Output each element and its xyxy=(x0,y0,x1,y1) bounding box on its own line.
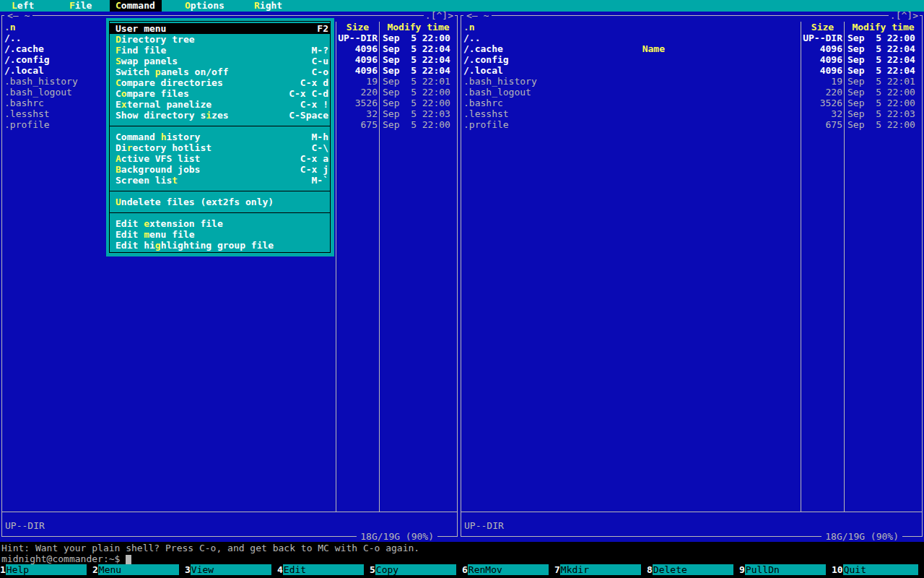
function-key-label: Help xyxy=(6,564,87,575)
function-key-number: 10 xyxy=(832,564,843,575)
hint-line: Hint: Want your plain shell? Press C-o, … xyxy=(1,543,419,553)
file-mtime: Sep 5 22:01 xyxy=(845,76,922,87)
history-back-icon[interactable]: <— xyxy=(7,10,19,21)
ministatus-separator xyxy=(461,512,922,512)
menu-item[interactable]: Active VFS list C-x a xyxy=(110,153,330,164)
function-key-button[interactable]: 2Menu xyxy=(92,564,185,575)
file-mtime: Sep 5 22:04 xyxy=(380,54,457,65)
file-mtime: Sep 5 22:04 xyxy=(845,54,922,65)
name-column-header[interactable]: .n Name xyxy=(461,22,801,33)
sort-indicator: .n xyxy=(463,22,475,33)
menubar-item[interactable]: Left xyxy=(12,0,34,12)
file-size: 3526 xyxy=(336,98,379,108)
function-key-number: 2 xyxy=(92,564,98,575)
file-row[interactable]: .lesshst xyxy=(461,108,801,119)
function-key-button[interactable]: 3View xyxy=(185,564,277,575)
function-key-button[interactable]: 9PullDn xyxy=(739,564,832,575)
menu-item-shortcut: M-h xyxy=(312,131,328,142)
function-key-button[interactable]: 4Edit xyxy=(277,564,370,575)
file-row[interactable]: .bashrc xyxy=(461,98,801,108)
menu-item[interactable]: Edit extension file xyxy=(110,218,330,229)
menu-item-shortcut: C-x d xyxy=(300,77,328,88)
file-mtime: Sep 5 22:00 xyxy=(845,33,922,43)
menu-item[interactable]: Edit highlighting group file xyxy=(110,240,330,251)
function-key-label: Copy xyxy=(375,564,456,575)
menu-item[interactable]: Compare files C-x C-d xyxy=(110,88,330,99)
function-key-label: Edit xyxy=(283,564,364,575)
function-key-number: 1 xyxy=(0,564,6,575)
menu-item[interactable] xyxy=(110,186,330,197)
file-size: 19 xyxy=(336,76,379,87)
menu-item[interactable]: Directory hotlist C-\ xyxy=(110,142,330,153)
panel-path-area[interactable]: <— ~ xyxy=(463,10,492,21)
function-key-label: View xyxy=(191,564,271,575)
panel-up-button[interactable]: .[^]> xyxy=(424,10,455,21)
size-column-header[interactable]: Size xyxy=(801,22,844,33)
function-key-button[interactable]: 5Copy xyxy=(370,564,462,575)
menu-item[interactable]: Show directory sizes C-Space xyxy=(110,110,330,121)
file-row[interactable]: .bash_logout xyxy=(461,87,801,98)
function-key-button[interactable]: 7Mkdir xyxy=(554,564,647,575)
file-size: 32 xyxy=(801,108,844,119)
file-size: 4096 xyxy=(336,65,379,76)
menu-item-shortcut: C-x j xyxy=(300,164,328,175)
file-row[interactable]: .bash_history xyxy=(461,76,801,87)
file-row[interactable]: .profile xyxy=(461,119,801,130)
file-mtime: Sep 5 22:04 xyxy=(845,65,922,76)
file-mtime: Sep 5 22:00 xyxy=(845,119,922,130)
menu-item[interactable]: Command history M-h xyxy=(110,131,330,142)
function-key-label: Quit xyxy=(843,564,918,575)
file-list: .n Name /../.cache/.config/.local.bash_h… xyxy=(461,22,922,512)
menu-item[interactable]: Screen list M-` xyxy=(110,175,330,186)
menubar-item[interactable]: File xyxy=(69,0,92,12)
size-column-header[interactable]: Size xyxy=(336,22,379,33)
file-size: 32 xyxy=(336,108,379,119)
command-menu-dropdown: User menu F2 Directory tree Find file M-… xyxy=(106,18,334,256)
history-back-icon[interactable]: <— xyxy=(466,10,478,21)
mtime-column-header[interactable]: Modify time xyxy=(845,22,922,33)
file-size: 4096 xyxy=(801,65,844,76)
menu-item[interactable] xyxy=(110,121,330,131)
function-key-number: 7 xyxy=(554,564,560,575)
file-mtime: Sep 5 22:04 xyxy=(380,43,457,54)
panel-title: <— ~ .[^]> xyxy=(459,10,924,21)
file-mtime: Sep 5 22:04 xyxy=(380,65,457,76)
menu-item[interactable]: Compare directories C-x d xyxy=(110,77,330,88)
function-key-button[interactable]: 10Quit xyxy=(832,564,924,575)
function-key-label: PullDn xyxy=(745,564,826,575)
file-size: 4096 xyxy=(336,43,379,54)
file-row[interactable]: /.local xyxy=(461,65,801,76)
menu-item[interactable]: Undelete files (ext2fs only) xyxy=(110,197,330,207)
function-key-number: 3 xyxy=(185,564,191,575)
terminal-cursor[interactable] xyxy=(126,555,131,564)
menubar-item[interactable]: Right xyxy=(254,0,282,12)
menu-item[interactable]: Find file M-? xyxy=(110,45,330,56)
ministatus-separator xyxy=(2,512,457,512)
menubar-item[interactable]: Options xyxy=(185,0,225,12)
mini-status: UP--DIR xyxy=(3,520,45,531)
panel-path-area[interactable]: <— ~ xyxy=(4,10,32,21)
panel-up-button[interactable]: .[^]> xyxy=(889,10,920,21)
function-key-button[interactable]: 8Delete xyxy=(647,564,739,575)
disk-usage: 18G/19G (90%) xyxy=(821,531,902,542)
function-key-button[interactable]: 6RenMov xyxy=(462,564,554,575)
menu-item[interactable]: External panelize C-x ! xyxy=(110,99,330,110)
menu-item[interactable]: Directory tree xyxy=(110,34,330,45)
menu-item[interactable]: Swap panels C-u xyxy=(110,56,330,66)
function-key-label: Mkdir xyxy=(560,564,641,575)
menu-item[interactable]: User menu F2 xyxy=(110,23,330,34)
file-size: UP--DIR xyxy=(801,33,844,43)
shell-prompt[interactable]: midnight@commander:~$ xyxy=(1,553,131,564)
menu-item[interactable]: Edit menu file xyxy=(110,229,330,240)
menu-item[interactable] xyxy=(110,207,330,218)
function-key-button[interactable]: 1Help xyxy=(0,564,92,575)
file-size: UP--DIR xyxy=(336,33,379,43)
function-key-bar: 1Help 2Menu 3View 4Edit 5Copy 6RenMov 7M… xyxy=(0,564,924,575)
file-mtime: Sep 5 22:00 xyxy=(380,33,457,43)
menu-item[interactable]: Switch panels on/off C-o xyxy=(110,66,330,77)
right-panel: .n Name /../.cache/.config/.local.bash_h… xyxy=(459,11,924,542)
menubar-item[interactable]: Command xyxy=(110,0,162,12)
menu-item[interactable]: Background jobs C-x j xyxy=(110,164,330,175)
menu-item-shortcut: C-\ xyxy=(312,142,328,153)
mtime-column-header[interactable]: Modify time xyxy=(380,22,457,33)
